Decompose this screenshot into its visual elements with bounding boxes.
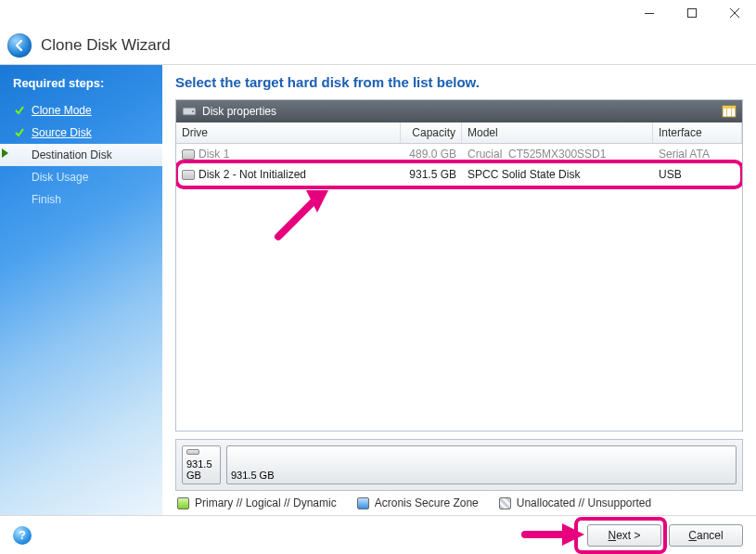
cancel-button[interactable]: Cancel [669,524,743,547]
panel-heading-text: Disk properties [202,105,276,118]
steps-sidebar: Required steps: Clone Mode Source Disk D… [0,65,162,515]
wizard-header: Clone Disk Wizard [0,26,756,65]
th-interface[interactable]: Interface [653,122,742,143]
sidebar-heading: Required steps: [0,71,162,99]
checkmark-icon [13,126,26,139]
sidebar-item-label: Clone Mode [32,104,92,117]
panel-header: Disk properties [176,100,742,122]
disk-icon [182,149,195,160]
wizard-footer: ? Next > Cancel [0,515,756,554]
page-title: Select the target hard disk from the lis… [175,74,743,90]
sidebar-item-destination-disk[interactable]: Destination Disk [0,144,162,166]
cell-drive: Disk 1 [199,148,229,161]
sidebar-item-finish: Finish [0,188,162,211]
column-chooser-icon[interactable] [722,105,737,118]
window-titlebar [0,0,756,26]
sidebar-item-label: Finish [32,193,61,206]
th-drive[interactable]: Drive [176,122,401,143]
table-row[interactable]: Disk 1 489.0 GB Crucial_CT525MX300SSD1 S… [176,144,742,164]
table-body: Disk 1 489.0 GB Crucial_CT525MX300SSD1 S… [176,144,742,431]
legend-unallocated: Unallocated // Unsupported [499,496,651,509]
disk-map-partition-chip[interactable]: 931.5 GB [226,445,737,484]
help-button[interactable]: ? [13,526,32,545]
maximize-button[interactable] [671,0,713,26]
svg-rect-1 [688,9,697,18]
th-model[interactable]: Model [462,122,653,143]
disk-icon [182,105,197,118]
legend-swatch-icon [499,497,511,509]
wizard-title: Clone Disk Wizard [41,36,171,55]
minimize-button[interactable] [628,0,671,26]
close-button[interactable] [713,0,756,26]
disk-icon [182,170,195,180]
arrow-left-icon [13,39,26,52]
sidebar-item-label: Source Disk [32,126,92,139]
cell-interface: Serial ATA [653,147,742,161]
cell-interface: USB [653,167,742,182]
cell-capacity: 489.0 GB [401,147,462,161]
legend: Primary // Logical // Dynamic Acronis Se… [175,491,743,509]
table-row[interactable]: Disk 2 - Not Initialized 931.5 GB SPCC S… [176,164,742,185]
svg-rect-6 [726,109,727,117]
disk-map: 931.5 GB 931.5 GB [175,439,743,491]
table-header: Drive Capacity Model Interface [176,122,742,144]
cell-model: SPCC Solid State Disk [462,167,653,182]
sidebar-item-clone-mode[interactable]: Clone Mode [0,99,162,122]
current-step-icon [13,148,26,161]
svg-rect-0 [645,13,654,14]
svg-rect-5 [723,106,736,109]
sidebar-item-disk-usage: Disk Usage [0,166,162,188]
th-capacity[interactable]: Capacity [401,122,462,143]
annotation-next-highlight: Next > [580,524,661,547]
svg-point-3 [192,110,194,112]
cell-model: Crucial_CT525MX300SSD1 [462,147,653,161]
back-button[interactable] [7,33,32,58]
sidebar-item-label: Disk Usage [32,171,88,184]
checkmark-icon [13,104,26,117]
next-button[interactable]: Next > [587,524,661,547]
legend-swatch-icon [357,497,369,509]
legend-secure-zone: Acronis Secure Zone [357,496,479,509]
sidebar-item-label: Destination Disk [32,148,112,161]
disk-map-partition-size: 931.5 GB [231,470,732,481]
content-pane: Select the target hard disk from the lis… [162,65,756,515]
sidebar-item-source-disk[interactable]: Source Disk [0,122,162,144]
disk-properties-panel: Disk properties Drive Capacity Model Int… [175,99,743,432]
cell-drive: Disk 2 - Not Initialized [199,168,306,181]
legend-primary: Primary // Logical // Dynamic [177,496,337,509]
svg-rect-7 [731,109,732,117]
disk-map-disk-chip[interactable]: 931.5 GB [182,445,221,484]
legend-swatch-icon [177,497,189,509]
disk-map-size: 931.5 GB [186,458,216,481]
cell-capacity: 931.5 GB [401,167,462,182]
disk-icon [186,449,199,455]
